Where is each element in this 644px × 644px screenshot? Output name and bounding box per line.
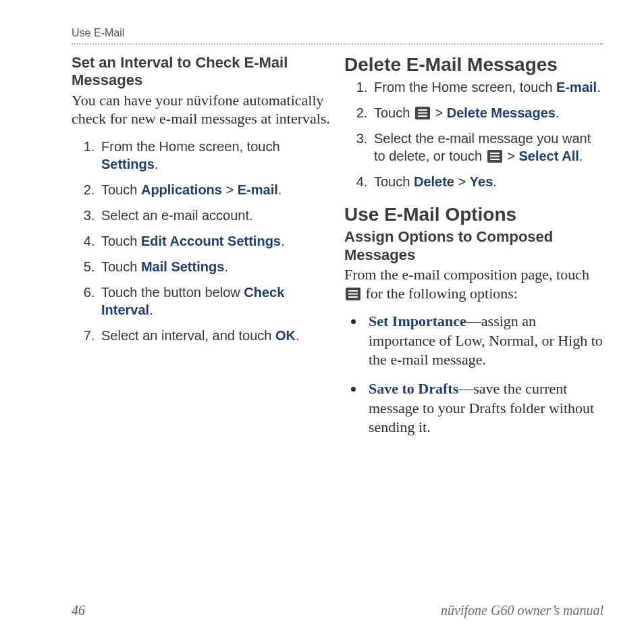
ui-label: E-mail [556,80,597,95]
left-column: Set an Interval to Check E-Mail Messages… [41,54,331,451]
ui-label: E-mail [238,182,278,197]
options-subheading: Assign Options to Composed Messages [344,228,603,264]
option-term: Set Importance [369,313,466,329]
step: Touch Edit Account Settings. [99,232,331,250]
step: Select an e-mail account. [99,207,331,224]
step-text: > [431,105,447,120]
manual-title: nüvifone G60 owner’s manual [441,603,603,618]
left-intro: You can have your nüvifone automatically… [72,91,331,128]
step: Touch the button below Check Interval. [99,284,331,319]
step-text: . [556,105,560,120]
step: Touch Applications > E-mail. [99,181,331,198]
ui-label: Settings [101,157,155,171]
step-text: > [454,174,470,189]
bullet-item: Set Importance—assign an importance of L… [365,312,603,370]
step: From the Home screen, touch Settings. [99,138,331,173]
step-text: Touch [101,234,141,248]
step-text: > [222,182,238,197]
manual-page: Use E-Mail Set an Interval to Check E-Ma… [0,0,644,644]
menu-icon [346,288,360,300]
ui-label: Delete [414,174,454,189]
intro-text: for the following options: [362,285,518,302]
ui-label: Edit Account Settings [141,234,281,248]
content-columns: Set an Interval to Check E-Mail Messages… [41,54,603,451]
step-text: . [149,302,153,317]
step: Touch Delete > Yes. [371,173,603,190]
running-head: Use E-Mail [72,27,603,39]
step-text: . [155,157,159,171]
step: From the Home screen, touch E-mail. [371,78,603,96]
step-text: Touch [374,105,414,120]
menu-icon [415,107,430,119]
step-text: . [278,182,282,197]
step-text: Touch the button below [101,285,244,300]
page-number: 46 [72,603,85,618]
bullet-item: Save to Drafts—save the current message … [365,379,603,437]
step-text: . [296,328,300,343]
intro-text: From the e-mail composition page, touch [344,266,589,283]
delete-heading: Delete E-Mail Messages [344,54,603,76]
menu-icon [487,150,502,163]
ui-label: Mail Settings [141,259,224,274]
step: Select the e-mail message you want to de… [371,130,603,165]
step-text: > [504,149,519,163]
step-text: . [224,259,228,274]
step-text: . [281,234,285,248]
options-heading: Use E-Mail Options [344,204,603,225]
step-text: . [493,174,497,189]
ui-label: Select All [518,149,579,163]
right-column: Delete E-Mail Messages From the Home scr… [344,54,603,451]
step-text: Touch [101,259,141,274]
ui-label: OK [275,328,296,343]
delete-steps: From the Home screen, touch E-mail. Touc… [344,78,603,190]
ui-label: Yes [470,174,493,189]
step-text: Touch [101,182,141,197]
step: Touch Mail Settings. [99,258,331,275]
step-text: From the Home screen, touch [101,139,280,154]
ui-label: Applications [141,182,222,197]
step-text: Touch [374,174,414,189]
step-text: . [597,80,601,95]
page-footer: 46 nüvifone G60 owner’s manual [41,603,603,618]
interval-steps: From the Home screen, touch Settings. To… [72,138,331,344]
step-text: Select an interval, and touch [101,328,275,343]
ui-label: Delete Messages [447,105,556,120]
step: Touch > Delete Messages. [371,104,603,122]
option-term: Save to Drafts [369,380,458,397]
step-text: From the Home screen, touch [374,80,556,95]
step: Select an interval, and touch OK. [99,327,331,344]
step-text: . [579,149,583,163]
left-subheading: Set an Interval to Check E-Mail Messages [72,54,331,90]
options-bullets: Set Importance—assign an importance of L… [344,312,603,437]
header-divider [72,43,603,45]
step-text: Select an e-mail account. [101,208,253,223]
options-intro: From the e-mail composition page, touch … [344,265,603,302]
